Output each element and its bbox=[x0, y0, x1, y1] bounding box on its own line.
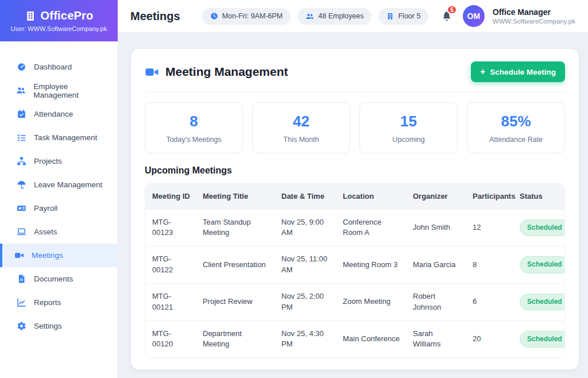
meetings-table: Meeting ID Meeting Title Date & Time Loc… bbox=[145, 183, 565, 358]
cell-participants: 6 bbox=[466, 283, 513, 321]
sidebar-item-label: Employee Management bbox=[33, 82, 111, 99]
hours-label: Mon-Fri: 9AM-6PM bbox=[222, 12, 283, 20]
employees-label: 48 Employees bbox=[318, 12, 363, 20]
status-badge: Scheduled bbox=[520, 256, 565, 273]
cell-organizer: John Smith bbox=[406, 209, 466, 246]
sidebar-item-leave-management[interactable]: Leave Management bbox=[0, 173, 117, 196]
stat-label: Attendance Rate bbox=[472, 136, 560, 144]
people-icon bbox=[305, 12, 314, 21]
task-list-icon bbox=[16, 133, 26, 142]
sidebar-item-label: Reports bbox=[34, 298, 61, 307]
sidebar-item-reports[interactable]: Reports bbox=[0, 291, 117, 314]
sidebar-item-meetings[interactable]: Meetings bbox=[0, 244, 117, 267]
sidebar-item-employee-management[interactable]: Employee Management bbox=[0, 79, 117, 102]
cell-organizer: Sarah Williams bbox=[406, 321, 466, 357]
table-header-row: Meeting ID Meeting Title Date & Time Loc… bbox=[145, 184, 564, 209]
notification-badge: 5 bbox=[447, 5, 457, 14]
sidebar-item-documents[interactable]: Documents bbox=[0, 267, 117, 291]
money-check-icon bbox=[16, 203, 26, 213]
hours-pill: Mon-Fri: 9AM-6PM bbox=[202, 8, 291, 25]
sidebar-item-payroll[interactable]: Payroll bbox=[0, 196, 117, 220]
sidebar-item-label: Attendance bbox=[34, 110, 73, 118]
stats-row: 8 Today's Meetings 42 This Month 15 Upco… bbox=[145, 102, 565, 153]
column-header-meeting-title: Meeting Title bbox=[196, 184, 274, 209]
umbrella-icon bbox=[16, 180, 26, 190]
column-header-meeting-id: Meeting ID bbox=[145, 184, 196, 209]
sidebar-item-settings[interactable]: Settings bbox=[0, 314, 117, 338]
video-camera-icon bbox=[145, 65, 159, 79]
employees-pill: 48 Employees bbox=[297, 8, 372, 25]
chart-icon bbox=[16, 298, 26, 307]
cell-meeting-title: Project Review bbox=[196, 283, 274, 321]
stat-label: This Month bbox=[257, 136, 345, 144]
sidebar-item-assets[interactable]: Assets bbox=[0, 220, 117, 244]
table-row: MTG-00123 Team Standup Meeting Nov 25, 9… bbox=[145, 209, 564, 246]
sidebar-item-dashboard[interactable]: Dashboard bbox=[0, 55, 117, 79]
building-icon bbox=[386, 13, 394, 20]
avatar[interactable]: OM bbox=[463, 5, 485, 27]
cell-participants: 12 bbox=[466, 209, 513, 246]
brand-name: OfficePro bbox=[41, 9, 94, 22]
stat-card-attendance-rate: 85% Attendance Rate bbox=[467, 102, 565, 153]
user-org: WWW.SoftwareCompany.pk bbox=[493, 18, 575, 25]
column-header-organizer: Organizer bbox=[406, 184, 466, 209]
cell-meeting-id: MTG-00123 bbox=[145, 209, 196, 246]
video-camera-icon bbox=[14, 250, 24, 260]
cell-meeting-id: MTG-00121 bbox=[145, 283, 196, 321]
stat-value: 42 bbox=[257, 113, 345, 130]
cell-participants: 20 bbox=[466, 321, 513, 357]
table-row: MTG-00120 Department Meeting Nov 25, 4:3… bbox=[145, 321, 564, 357]
floor-pill: Floor 5 bbox=[378, 8, 428, 25]
table-title: Upcoming Meetings bbox=[145, 165, 565, 176]
cell-meeting-title: Team Standup Meeting bbox=[196, 209, 274, 246]
stat-label: Today's Meetings bbox=[150, 136, 238, 144]
status-badge: Scheduled bbox=[520, 294, 565, 310]
sidebar-item-label: Payroll bbox=[34, 204, 57, 213]
dashboard-icon bbox=[16, 62, 26, 72]
column-header-location: Location bbox=[336, 184, 406, 209]
info-pills: Mon-Fri: 9AM-6PM 48 Employees Floor 5 bbox=[202, 8, 429, 25]
cell-organizer: Maria Garcia bbox=[406, 246, 466, 284]
cell-meeting-title: Client Presentation bbox=[196, 246, 274, 284]
sidebar-item-label: Documents bbox=[34, 275, 73, 283]
stat-value: 15 bbox=[365, 113, 452, 130]
sidebar-item-label: Leave Management bbox=[34, 180, 102, 189]
status-badge: Scheduled bbox=[520, 331, 565, 348]
cell-location: Zoom Meeting bbox=[336, 283, 406, 321]
sidebar: Dashboard Employee Management Attendance… bbox=[0, 41, 118, 378]
column-header-status: Status bbox=[513, 184, 564, 209]
stat-value: 85% bbox=[472, 113, 560, 130]
employees-icon bbox=[16, 86, 26, 95]
sidebar-item-task-management[interactable]: Task Management bbox=[0, 126, 117, 149]
brand-banner: OfficePro User: WWW.SoftwareCompany.pk bbox=[0, 0, 118, 41]
clock-icon bbox=[210, 12, 218, 20]
schedule-meeting-button[interactable]: + Schedule Meeting bbox=[471, 61, 565, 82]
cell-meeting-id: MTG-00122 bbox=[145, 246, 196, 284]
schedule-meeting-label: Schedule Meeting bbox=[490, 68, 556, 76]
cell-date-time: Nov 25, 4:30 PM bbox=[274, 321, 336, 357]
sidebar-item-projects[interactable]: Projects bbox=[0, 149, 117, 173]
calendar-check-icon bbox=[16, 109, 26, 119]
main-content: Meeting Management + Schedule Meeting 8 … bbox=[118, 33, 588, 378]
topbar: Meetings Mon-Fri: 9AM-6PM 48 Employees F… bbox=[118, 0, 588, 33]
gear-icon bbox=[16, 321, 26, 331]
user-name: Office Manager bbox=[493, 7, 575, 17]
brand-user-label: User: WWW.SoftwareCompany.pk bbox=[11, 25, 107, 32]
cell-location: Meeting Room 3 bbox=[336, 246, 406, 284]
sidebar-item-label: Dashboard bbox=[34, 63, 72, 71]
cell-organizer: Robert Johnson bbox=[406, 283, 466, 321]
cell-meeting-id: MTG-00120 bbox=[145, 321, 196, 357]
user-block[interactable]: Office Manager WWW.SoftwareCompany.pk bbox=[493, 7, 575, 25]
sidebar-item-attendance[interactable]: Attendance bbox=[0, 102, 117, 126]
cell-date-time: Nov 25, 2:00 PM bbox=[274, 283, 336, 321]
stat-card-todays-meetings: 8 Today's Meetings bbox=[145, 102, 243, 153]
stat-label: Upcoming bbox=[365, 136, 452, 144]
diagram-icon bbox=[16, 156, 26, 166]
sidebar-item-label: Task Management bbox=[34, 133, 97, 142]
stat-value: 8 bbox=[150, 113, 238, 130]
stat-card-upcoming: 15 Upcoming bbox=[359, 102, 458, 153]
notifications-button[interactable]: 5 bbox=[439, 9, 455, 23]
laptop-icon bbox=[16, 227, 26, 237]
cell-participants: 8 bbox=[466, 246, 513, 284]
column-header-participants: Participants bbox=[466, 184, 513, 209]
